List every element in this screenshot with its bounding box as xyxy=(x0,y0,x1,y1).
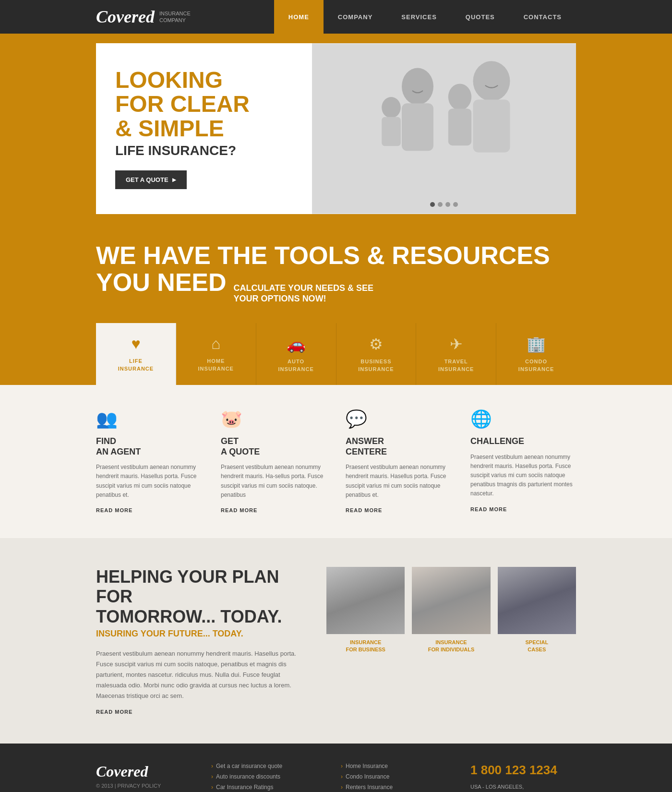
nav-home[interactable]: HOME xyxy=(274,0,324,34)
tab-condo-insurance[interactable]: 🏢 CONDOINSURANCE xyxy=(496,323,576,385)
hero-dot-3[interactable] xyxy=(445,202,450,207)
challenge-link[interactable]: READ MORE xyxy=(470,506,507,512)
special-caption: SPECIALCASES xyxy=(525,639,548,654)
hero-dot-1[interactable] xyxy=(430,202,435,207)
individuals-image xyxy=(412,567,490,634)
plan-right: INSURANCEFOR BUSINESS INSURANCEFOR INDIV… xyxy=(326,567,576,654)
answer-center-link[interactable]: READ MORE xyxy=(346,507,382,513)
business-caption: INSURANCEFOR BUSINESS xyxy=(346,639,385,654)
arrow-icon-1: › xyxy=(211,763,213,769)
footer-link-auto-discounts[interactable]: › Auto insurance discounts xyxy=(211,773,312,780)
tab-travel-insurance[interactable]: ✈ TRAVELINSURANCE xyxy=(416,323,496,385)
challenge-desc: Praesent vestibulum aenean nonummy hendr… xyxy=(470,453,576,499)
arrow-icon-6: › xyxy=(341,773,343,780)
service-get-quote: 🐷 GETA QUOTE Praesent vestibulum aenean … xyxy=(221,409,326,514)
footer-link-label-7: Renters Insurance xyxy=(346,784,393,791)
svg-point-3 xyxy=(473,61,510,101)
logo-area: Covered INSURANCECOMPANY xyxy=(96,7,191,27)
footer-link-home-ins[interactable]: › Home Insurance xyxy=(341,763,442,769)
tab-business-insurance[interactable]: ⚙ BUSINESSINSURANCE xyxy=(336,323,417,385)
tab-home-insurance[interactable]: ⌂ HOMEINSURANCE xyxy=(176,323,256,385)
challenge-title: CHALLENGE xyxy=(470,436,576,447)
insurance-tabs: ♥ LIFEINSURANCE ⌂ HOMEINSURANCE 🚗 AUTOIN… xyxy=(0,323,672,385)
nav-company[interactable]: COMPANY xyxy=(324,0,387,34)
footer: Covered © 2013 | PRIVACY POLICY › Get a … xyxy=(0,744,672,792)
answer-center-title: ANSWERCENTERE xyxy=(346,436,451,457)
footer-link-car-quote[interactable]: › Get a car insurance quote xyxy=(211,763,312,769)
service-find-agent: 👥 FINDAN AGENT Praesent vestibulum aenea… xyxy=(96,409,202,514)
plan-img-business: INSURANCEFOR BUSINESS xyxy=(326,567,405,654)
arrow-icon-5: › xyxy=(341,763,343,769)
car-icon: 🚗 xyxy=(287,335,306,353)
tools-you-need: YOU NEED xyxy=(96,268,227,297)
svg-point-1 xyxy=(402,68,433,105)
hero-title-orange: LOOKINGFOR CLEAR& SIMPLE xyxy=(115,68,293,141)
footer-link-renters-ins[interactable]: › Renters Insurance xyxy=(341,784,442,791)
footer-link-condo-ins[interactable]: › Condo Insurance xyxy=(341,773,442,780)
svg-rect-0 xyxy=(312,44,576,213)
tools-section: WE HAVE THE TOOLS & RESOURCES YOU NEED C… xyxy=(0,224,672,323)
footer-link-car-ratings[interactable]: › Car Insurance Ratings xyxy=(211,784,312,791)
nav-contacts[interactable]: CONTACTS xyxy=(509,0,576,34)
get-quote-title: GETA QUOTE xyxy=(221,436,326,457)
individuals-caption: INSURANCEFOR INDIVIDUALS xyxy=(428,639,475,654)
svg-rect-4 xyxy=(473,100,510,153)
service-challenge: 🌐 CHALLENGE Praesent vestibulum aenean n… xyxy=(470,409,576,514)
svg-point-7 xyxy=(382,97,401,118)
tab-travel-label: TRAVELINSURANCE xyxy=(438,358,474,373)
footer-link-label-5: Home Insurance xyxy=(346,763,388,769)
nav-services[interactable]: SERVICES xyxy=(387,0,451,34)
main-nav: HOME COMPANY SERVICES QUOTES CONTACTS xyxy=(274,0,576,34)
piggy-bank-icon: ⚙ xyxy=(369,335,383,353)
footer-copyright: © 2013 | PRIVACY POLICY xyxy=(96,783,182,789)
find-agent-link[interactable]: READ MORE xyxy=(96,507,132,513)
footer-link-label-1: Get a car insurance quote xyxy=(216,763,282,769)
hero-dot-2[interactable] xyxy=(438,202,443,207)
find-agent-title: FINDAN AGENT xyxy=(96,436,202,457)
special-image xyxy=(498,567,576,634)
tools-line1: WE HAVE THE TOOLS & RESOURCES xyxy=(96,243,576,268)
plan-desc: Praesent vestibulum aenean nonummy hendr… xyxy=(96,648,298,701)
get-quote-link[interactable]: READ MORE xyxy=(221,507,257,513)
home-icon: ⌂ xyxy=(211,335,220,353)
answer-center-icon: 💬 xyxy=(346,409,451,429)
tab-life-insurance[interactable]: ♥ LIFEINSURANCE xyxy=(96,323,176,385)
plan-img-special: SPECIALCASES xyxy=(498,567,576,654)
footer-links-col2: › Home Insurance › Condo Insurance › Ren… xyxy=(341,763,442,792)
footer-link-label-2: Auto insurance discounts xyxy=(216,773,280,780)
answer-center-desc: Praesent vestibulum aenean nonummy hendr… xyxy=(346,463,451,500)
plan-img-individuals: INSURANCEFOR INDIVIDUALS xyxy=(412,567,490,654)
footer-address-line1: USA - LOS ANGELES, xyxy=(470,784,524,790)
plan-subtitle: INSURING YOUR FUTURE... TODAY. xyxy=(96,629,298,639)
services-section: 👥 FINDAN AGENT Praesent vestibulum aenea… xyxy=(0,385,672,538)
hero-cta-button[interactable]: GET A QUOTE xyxy=(115,170,187,189)
plan-title: HELPING YOUR PLAN FORTOMORROW... TODAY. xyxy=(96,567,298,626)
svg-point-5 xyxy=(448,84,471,110)
tools-line2: YOU NEED CALCULATE YOUR NEEDS & SEE YOUR… xyxy=(96,268,576,304)
footer-links-col1: › Get a car insurance quote › Auto insur… xyxy=(211,763,312,792)
svg-rect-6 xyxy=(448,108,471,145)
arrow-icon-7: › xyxy=(341,784,343,791)
hero-title-black: LIFE INSURANCE? xyxy=(115,143,293,158)
heart-icon: ♥ xyxy=(131,335,140,353)
footer-logo-area: Covered © 2013 | PRIVACY POLICY xyxy=(96,763,182,789)
tab-auto-insurance[interactable]: 🚗 AUTOINSURANCE xyxy=(256,323,336,385)
arrow-icon-2: › xyxy=(211,773,213,780)
hero-dots xyxy=(430,202,458,207)
hero-content: LOOKINGFOR CLEAR& SIMPLE LIFE INSURANCE?… xyxy=(96,43,312,214)
footer-link-label-3: Car Insurance Ratings xyxy=(216,784,273,791)
tab-life-label: LIFEINSURANCE xyxy=(118,358,154,372)
hero-image-area xyxy=(312,43,576,214)
plane-icon: ✈ xyxy=(450,335,463,353)
logo: Covered xyxy=(96,7,155,27)
hero-dot-4[interactable] xyxy=(453,202,458,207)
challenge-icon: 🌐 xyxy=(470,409,576,429)
footer-logo: Covered xyxy=(96,763,182,780)
business-image xyxy=(326,567,405,634)
get-quote-desc: Praesent vestibulum aenean nonummy hendr… xyxy=(221,463,326,500)
nav-quotes[interactable]: QUOTES xyxy=(451,0,509,34)
plan-read-more[interactable]: READ MORE xyxy=(96,709,298,715)
plan-left: HELPING YOUR PLAN FORTOMORROW... TODAY. … xyxy=(96,567,298,715)
find-agent-desc: Praesent vestibulum aenean nonummy hendr… xyxy=(96,463,202,500)
svg-rect-8 xyxy=(382,117,401,146)
